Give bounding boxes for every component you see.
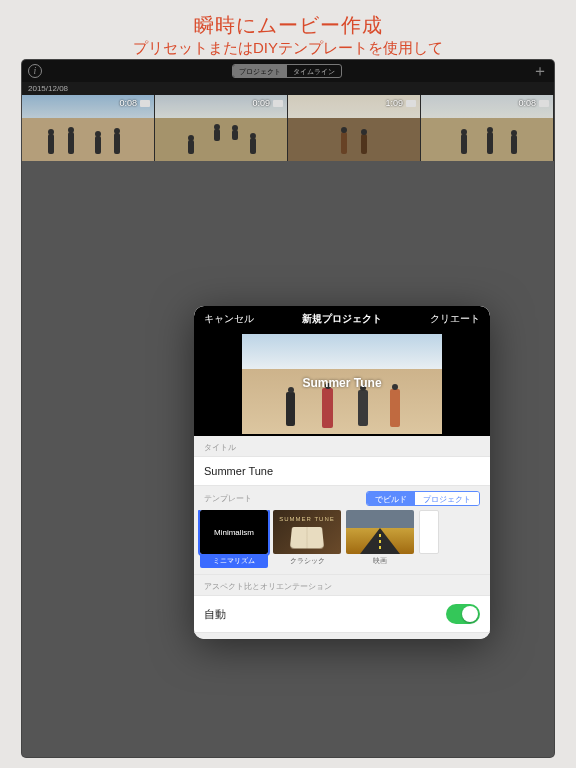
template-carousel[interactable]: Minimalism ミニマリズム SUMMER TUNE クラシック 映画 xyxy=(194,510,490,574)
auto-label: 自動 xyxy=(204,607,226,622)
video-icon xyxy=(539,100,549,107)
clip-thumbnail[interactable]: 0:08 xyxy=(421,95,553,161)
template-section-label: テンプレート xyxy=(204,493,252,504)
modal-title: 新規プロジェクト xyxy=(302,312,382,326)
clip-duration: 1:09 xyxy=(385,98,403,108)
promo-subtitle: プリセットまたはDIYテンプレートを使用して xyxy=(0,39,576,58)
seg-build[interactable]: でビルド xyxy=(367,492,415,505)
clip-duration: 0:08 xyxy=(518,98,536,108)
template-caption: ミニマリズム xyxy=(200,554,268,568)
clip-thumbnail[interactable]: 0:09 xyxy=(155,95,287,161)
auto-orientation-row: 自動 xyxy=(194,595,490,633)
template-mode-segmented-control[interactable]: でビルド プロジェクト xyxy=(366,491,480,506)
promo-title: 瞬時にムービー作成 xyxy=(0,12,576,39)
video-icon xyxy=(273,100,283,107)
aspect-section-label: アスペクト比とオリエンテーション xyxy=(194,574,490,595)
template-header: テンプレート でビルド プロジェクト xyxy=(194,486,490,510)
template-thumb-label: Minimalism xyxy=(214,528,254,537)
preview-title-overlay: Summer Tune xyxy=(242,376,442,390)
clip-duration: 0:08 xyxy=(119,98,137,108)
template-caption: クラシック xyxy=(273,554,341,568)
clip-row: 0:08 0:09 1:09 xyxy=(22,95,554,161)
preview-area: Summer Tune xyxy=(194,332,490,436)
new-project-modal: キャンセル 新規プロジェクト クリエート Summer Tune タイトル Su… xyxy=(194,306,490,639)
create-button[interactable]: クリエート xyxy=(430,312,480,326)
view-segmented-control[interactable]: プロジェクト タイムライン xyxy=(232,64,342,78)
seg-timeline[interactable]: タイムライン xyxy=(287,65,341,77)
template-caption xyxy=(419,554,439,558)
date-header: 2015/12/08 xyxy=(22,82,554,95)
title-section-label: タイトル xyxy=(194,436,490,456)
app-store-screenshot: 瞬時にムービー作成 プリセットまたはDIYテンプレートを使用して i プロジェク… xyxy=(0,0,576,768)
template-movie[interactable]: 映画 xyxy=(346,510,414,568)
add-icon[interactable]: ＋ xyxy=(532,64,548,78)
clip-thumbnail[interactable]: 1:09 xyxy=(288,95,420,161)
seg-project-mode[interactable]: プロジェクト xyxy=(415,492,479,505)
promo-banner: 瞬時にムービー作成 プリセットまたはDIYテンプレートを使用して xyxy=(0,0,576,64)
clip-duration: 0:09 xyxy=(252,98,270,108)
video-icon xyxy=(140,100,150,107)
template-minimalism[interactable]: Minimalism ミニマリズム xyxy=(200,510,268,568)
modal-header: キャンセル 新規プロジェクト クリエート xyxy=(194,306,490,332)
template-more[interactable] xyxy=(419,510,439,568)
app-topbar: i プロジェクト タイムライン ＋ xyxy=(22,60,554,82)
template-caption: 映画 xyxy=(346,554,414,568)
title-input[interactable]: Summer Tune xyxy=(194,456,490,486)
template-thumb-label: SUMMER TUNE xyxy=(279,516,335,522)
cancel-button[interactable]: キャンセル xyxy=(204,312,254,326)
auto-toggle[interactable] xyxy=(446,604,480,624)
clip-thumbnail[interactable]: 0:08 xyxy=(22,95,154,161)
device-frame: i プロジェクト タイムライン ＋ 2015/12/08 0:08 xyxy=(22,60,554,757)
info-icon[interactable]: i xyxy=(28,64,42,78)
seg-project[interactable]: プロジェクト xyxy=(233,65,287,77)
video-icon xyxy=(406,100,416,107)
template-classic[interactable]: SUMMER TUNE クラシック xyxy=(273,510,341,568)
